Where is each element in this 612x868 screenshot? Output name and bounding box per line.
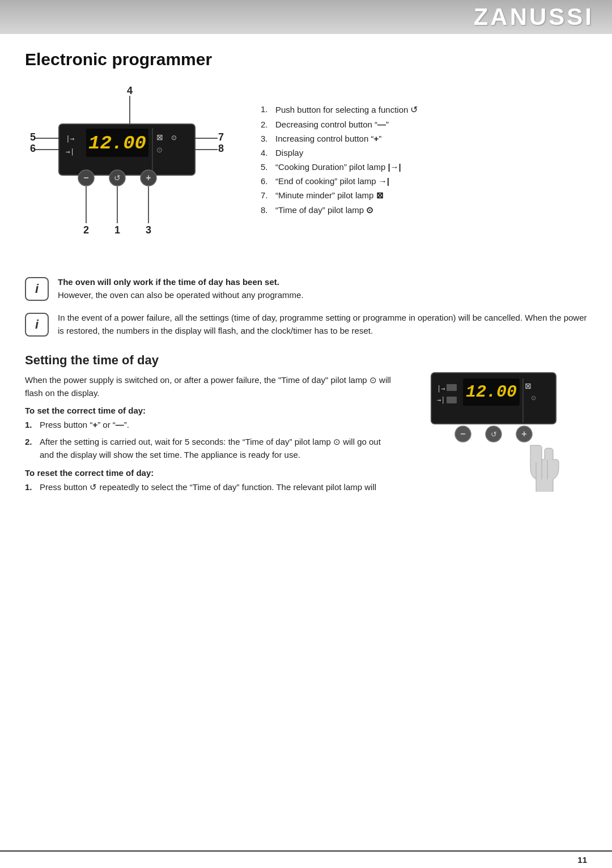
subsection1-title: To set the correct time of day: (25, 406, 397, 415)
svg-text:⊙: ⊙ (171, 134, 177, 142)
page-number: 11 (577, 855, 587, 865)
svg-text:↺: ↺ (114, 173, 121, 182)
svg-text:+: + (521, 429, 526, 439)
hand-icon (530, 445, 559, 492)
info-text-2: In the event of a power failure, all the… (58, 312, 587, 337)
list-item-5: 5. “Cooking Duration” pilot lamp |→| (261, 162, 587, 172)
svg-text:4: 4 (127, 85, 133, 96)
info-box-2: i In the event of a power failure, all t… (25, 312, 587, 337)
subsection2-title: To reset the correct time of day: (25, 468, 397, 478)
list-item-2: 2. Decreasing control button “—” (261, 120, 587, 129)
list-item-6: 6. “End of cooking” pilot lamp →| (261, 176, 587, 186)
programmer-diagram: 4 |→ →| 12.00 ⊠ ⊙ ⊙ (25, 82, 229, 257)
page-content: Electronic programmer 4 |→ →| 12.00 (0, 34, 612, 517)
info-icon-2: i (25, 313, 49, 337)
list-item-7: 7. “Minute minder” pilot lamp ⊠ (261, 190, 587, 201)
header: ZANUSSI (0, 0, 612, 34)
list-item-3: 3. Increasing control button “+” (261, 134, 587, 143)
page-title: Electronic programmer (25, 50, 587, 69)
list-item-4: 4. Display (261, 148, 587, 158)
brand-logo: ZANUSSI (474, 3, 594, 31)
bottom-display-diagram: |→ →| 12.00 ⊠ ⊙ − ↺ + (420, 361, 584, 492)
footer-bar: 11 (0, 850, 612, 868)
svg-rect-33 (447, 384, 457, 391)
svg-text:↺: ↺ (491, 430, 497, 439)
list-item-1: 1. Push button for selecting a function … (261, 104, 587, 115)
bottom-diagram: |→ →| 12.00 ⊠ ⊙ − ↺ + (417, 353, 587, 501)
svg-text:→|: →| (437, 396, 445, 404)
svg-text:|→: |→ (437, 385, 445, 393)
svg-text:−: − (460, 429, 465, 439)
info-text-1: The oven will only work if the time of d… (58, 276, 587, 301)
info-boxes: i The oven will only work if the time of… (25, 276, 587, 337)
setting-intro: When the power supply is switched on, or… (25, 373, 397, 400)
svg-text:⊠: ⊠ (525, 381, 532, 390)
bottom-section: Setting the time of day When the power s… (25, 353, 587, 501)
info-box-1: i The oven will only work if the time of… (25, 276, 587, 301)
list-item-8: 8. “Time of day” pilot lamp ⊙ (261, 205, 587, 215)
step-2-1: 1. Press button ↺ repeatedly to select t… (25, 481, 397, 494)
svg-text:⊙: ⊙ (156, 146, 163, 154)
svg-text:1: 1 (114, 224, 120, 236)
svg-text:8: 8 (218, 143, 224, 154)
step-1-2: 2. After the setting is carried out, wai… (25, 436, 397, 461)
svg-text:2: 2 (83, 224, 89, 236)
svg-text:12.00: 12.00 (88, 133, 146, 154)
svg-text:⊠: ⊠ (156, 133, 163, 142)
svg-text:|→: |→ (66, 134, 75, 143)
numbered-list: 1. Push button for selecting a function … (261, 82, 587, 259)
svg-text:→|: →| (66, 147, 75, 156)
svg-text:12.00: 12.00 (466, 382, 517, 402)
bottom-text: Setting the time of day When the power s… (25, 353, 397, 501)
svg-text:6: 6 (30, 143, 36, 154)
diagram-area: 4 |→ →| 12.00 ⊠ ⊙ ⊙ (25, 82, 240, 259)
step-1-1: 1. Press button “+” or “—”. (25, 419, 397, 432)
subsection1-steps: 1. Press button “+” or “—”. 2. After the… (25, 419, 397, 462)
svg-text:⊙: ⊙ (531, 394, 536, 401)
svg-text:3: 3 (146, 224, 151, 236)
setting-section-title: Setting the time of day (25, 353, 397, 368)
svg-text:5: 5 (30, 131, 36, 143)
subsection2-steps: 1. Press button ↺ repeatedly to select t… (25, 481, 397, 494)
svg-text:7: 7 (218, 131, 224, 143)
svg-text:−: − (83, 173, 88, 182)
info-icon-1: i (25, 277, 49, 301)
svg-rect-35 (447, 397, 457, 403)
top-section: 4 |→ →| 12.00 ⊠ ⊙ ⊙ (25, 82, 587, 259)
svg-text:+: + (146, 173, 151, 182)
